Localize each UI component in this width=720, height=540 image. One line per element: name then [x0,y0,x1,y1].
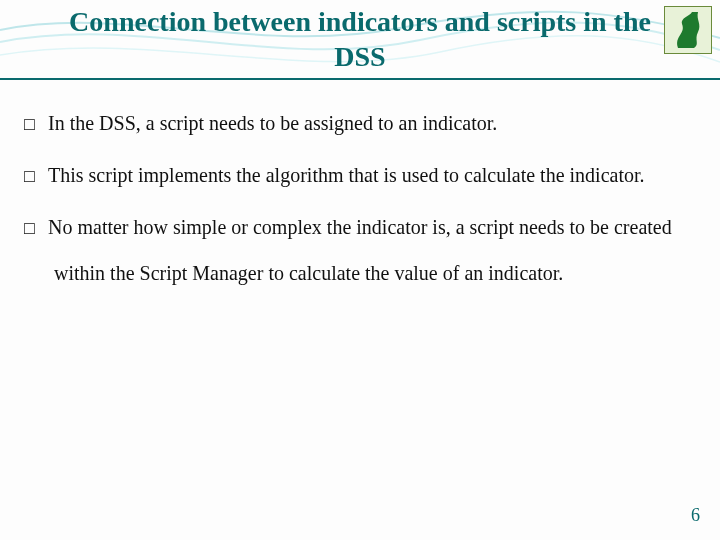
bullet-text: In the DSS, a script needs to be assigne… [48,112,497,134]
bullet-text: No matter how simple or complex the indi… [48,216,672,284]
page-number: 6 [691,505,700,526]
bullet-marker-icon: □ [24,208,48,249]
slide: Connection between indicators and script… [0,0,720,540]
bullet-item: □No matter how simple or complex the ind… [24,204,696,296]
bullet-marker-icon: □ [24,156,48,197]
slide-title: Connection between indicators and script… [0,4,720,80]
bullet-marker-icon: □ [24,104,48,145]
slide-body: □In the DSS, a script needs to be assign… [24,100,696,302]
logo-mark-icon [668,10,708,50]
org-logo [664,6,712,54]
bullet-item: □In the DSS, a script needs to be assign… [24,100,696,146]
bullet-item: □This script implements the algorithm th… [24,152,696,198]
bullet-text: This script implements the algorithm tha… [48,164,645,186]
